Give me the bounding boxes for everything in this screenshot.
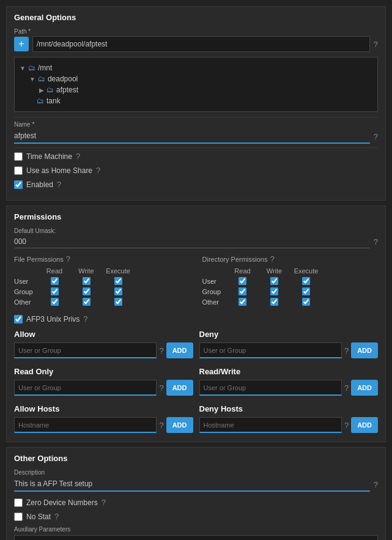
umask-row: ? xyxy=(14,235,378,248)
dir-permissions-block: Directory Permissions ? Read Write Execu… xyxy=(202,254,379,308)
no-stat-label[interactable]: No Stat xyxy=(26,512,51,521)
permissions-section: Permissions Default Umask: ? File Permis… xyxy=(6,205,386,442)
dir-user-write[interactable] xyxy=(270,277,278,285)
deny-help-icon[interactable]: ? xyxy=(344,346,349,355)
dir-user-row: User xyxy=(202,277,379,285)
read-only-row: ? ADD xyxy=(14,380,193,396)
afp-unix-help-icon[interactable]: ? xyxy=(83,314,87,324)
dir-user-read[interactable] xyxy=(239,277,246,285)
afp-unix-label[interactable]: AFP3 Unix Privs xyxy=(26,315,80,324)
home-share-checkbox[interactable] xyxy=(14,166,23,175)
permissions-title: Permissions xyxy=(14,212,378,221)
file-user-write[interactable] xyxy=(83,277,91,285)
aux-params-textarea[interactable] xyxy=(14,535,378,540)
folder-icon: 🗂 xyxy=(37,97,44,105)
description-row: ? xyxy=(14,477,378,492)
file-user-execute[interactable] xyxy=(114,277,122,285)
file-user-row: User xyxy=(14,277,190,285)
allow-add-button[interactable]: ADD xyxy=(166,342,193,358)
time-machine-label[interactable]: Time Machine xyxy=(26,152,72,161)
time-machine-help-icon[interactable]: ? xyxy=(76,152,80,161)
description-help-icon[interactable]: ? xyxy=(374,480,378,489)
home-share-help-icon[interactable]: ? xyxy=(96,166,100,175)
zero-device-checkbox[interactable] xyxy=(14,498,23,507)
dir-other-write[interactable] xyxy=(270,298,278,306)
execute-header: Execute xyxy=(102,267,134,275)
dir-group-row: Group xyxy=(202,287,379,295)
allow-hosts-help-icon[interactable]: ? xyxy=(159,421,163,430)
plus-icon: + xyxy=(18,39,24,50)
allow-deny-section: Allow ? ADD Deny ? ADD xyxy=(14,330,378,364)
name-input[interactable] xyxy=(14,129,370,144)
tree-item-deadpool[interactable]: ▼ 🗂 deadpool xyxy=(29,73,372,84)
read-write-add-button[interactable]: ADD xyxy=(351,380,378,396)
allow-hosts-input[interactable] xyxy=(14,417,157,433)
enabled-label[interactable]: Enabled xyxy=(26,180,53,189)
read-section: Read Only ? ADD Read/Write ? ADD xyxy=(14,364,378,402)
file-group-read[interactable] xyxy=(51,287,59,295)
deny-hosts-input[interactable] xyxy=(199,417,342,433)
allow-hosts-add-button[interactable]: ADD xyxy=(166,417,193,433)
file-perms-help-icon[interactable]: ? xyxy=(66,254,70,264)
path-input[interactable] xyxy=(32,36,370,52)
no-stat-checkbox[interactable] xyxy=(14,512,23,521)
file-group-execute[interactable] xyxy=(114,287,122,295)
read-only-add-button[interactable]: ADD xyxy=(166,380,193,396)
enabled-checkbox[interactable] xyxy=(14,180,23,189)
file-other-execute[interactable] xyxy=(114,298,122,306)
dir-group-read[interactable] xyxy=(239,287,246,295)
file-other-write[interactable] xyxy=(83,298,91,306)
dir-group-write[interactable] xyxy=(270,287,278,295)
deny-user-group-input[interactable] xyxy=(199,342,342,358)
tree-item-tank[interactable]: ▶ 🗂 tank xyxy=(29,95,372,106)
deny-hosts-help-icon[interactable]: ? xyxy=(344,421,349,430)
enabled-row: Enabled ? xyxy=(14,180,378,189)
home-share-label[interactable]: Use as Home Share xyxy=(26,166,92,175)
tree-item-label: tank xyxy=(46,97,61,105)
tree-item-mnt[interactable]: ▼ 🗂 /mnt xyxy=(20,62,372,73)
dir-perms-help-icon[interactable]: ? xyxy=(270,254,274,264)
dir-group-execute[interactable] xyxy=(302,287,310,295)
deny-add-button[interactable]: ADD xyxy=(351,342,378,358)
enabled-help-icon[interactable]: ? xyxy=(57,180,61,189)
dir-user-execute[interactable] xyxy=(302,277,310,285)
name-label: Name * xyxy=(14,121,378,128)
file-user-label: User xyxy=(14,278,39,285)
home-share-row: Use as Home Share ? xyxy=(14,166,378,175)
path-add-button[interactable]: + xyxy=(14,37,29,51)
zero-device-help-icon[interactable]: ? xyxy=(102,498,106,507)
file-user-read[interactable] xyxy=(51,277,59,285)
tree-item-label: deadpool xyxy=(48,75,78,83)
no-stat-help-icon[interactable]: ? xyxy=(54,512,59,521)
dir-other-read[interactable] xyxy=(239,298,246,306)
umask-input[interactable] xyxy=(14,235,370,248)
time-machine-checkbox[interactable] xyxy=(14,152,23,161)
dir-other-execute[interactable] xyxy=(302,298,310,306)
allow-user-group-input[interactable] xyxy=(14,342,157,358)
description-input[interactable] xyxy=(14,477,370,492)
folder-icon: 🗂 xyxy=(38,75,45,83)
read-only-title: Read Only xyxy=(14,367,193,376)
tree-item-afptest[interactable]: ▶ 🗂 afptest xyxy=(39,84,372,95)
general-options-title: General Options xyxy=(14,13,378,22)
file-permissions-block: File Permissions ? Read Write Execute Us… xyxy=(14,254,190,308)
file-other-read[interactable] xyxy=(51,298,59,306)
path-help-icon[interactable]: ? xyxy=(374,40,378,49)
hosts-section: Allow Hosts ? ADD Deny Hosts ? ADD xyxy=(14,402,378,435)
path-row: + ? xyxy=(14,36,378,52)
allow-hosts-row: ? ADD xyxy=(14,417,193,433)
dir-other-label: Other xyxy=(202,298,227,306)
afp-unix-checkbox[interactable] xyxy=(14,315,23,324)
read-only-help-icon[interactable]: ? xyxy=(159,383,163,393)
deny-hosts-row: ? ADD xyxy=(199,417,379,433)
read-only-input[interactable] xyxy=(14,380,157,396)
read-write-help-icon[interactable]: ? xyxy=(344,383,349,393)
allow-help-icon[interactable]: ? xyxy=(159,346,163,355)
read-write-input[interactable] xyxy=(199,380,342,396)
dir-write-header: Write xyxy=(259,267,290,275)
umask-help-icon[interactable]: ? xyxy=(374,237,378,246)
zero-device-label[interactable]: Zero Device Numbers xyxy=(26,498,98,507)
deny-hosts-add-button[interactable]: ADD xyxy=(351,417,378,433)
name-help-icon[interactable]: ? xyxy=(374,132,378,141)
file-group-write[interactable] xyxy=(83,287,91,295)
